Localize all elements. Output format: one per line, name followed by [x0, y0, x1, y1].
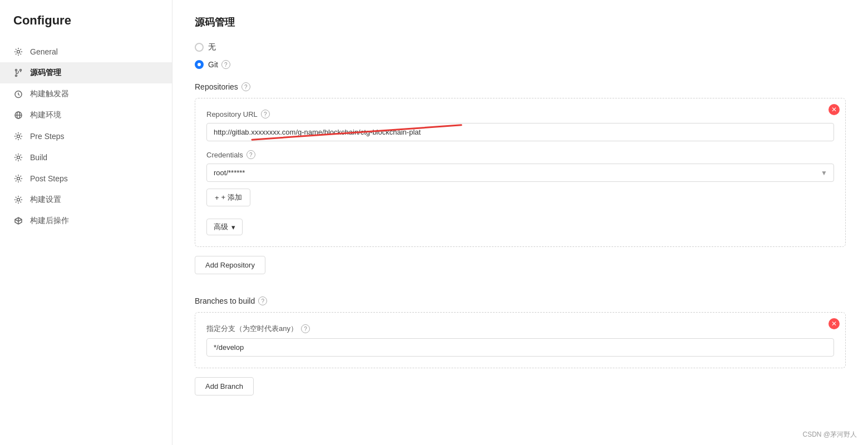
sidebar-item-label: 构建设置 [30, 195, 61, 205]
sidebar-item-label: Post Steps [30, 174, 68, 183]
post-gear-icon [13, 174, 23, 184]
add-branch-button[interactable]: Add Branch [195, 377, 254, 395]
url-input-wrapper [206, 123, 834, 141]
svg-point-0 [17, 51, 20, 53]
credentials-help-icon[interactable]: ? [246, 150, 255, 159]
url-help-icon[interactable]: ? [261, 110, 270, 118]
svg-point-10 [17, 199, 20, 201]
sidebar-item-build-trigger[interactable]: 构建触发器 [0, 83, 172, 105]
footer: CSDN @茅河野人 [802, 430, 857, 439]
git-help-icon[interactable]: ? [221, 60, 230, 69]
sidebar-item-source-code[interactable]: 源码管理 [0, 62, 172, 83]
plus-icon: + [215, 194, 219, 202]
sidebar-item-label: General [30, 47, 58, 56]
globe-icon [13, 110, 23, 120]
sidebar-item-label: Build [30, 153, 47, 162]
branch-specifier-label: 指定分支（为空时代表any） ? [206, 324, 834, 334]
repositories-label: Repositories ? [195, 82, 846, 91]
radio-none-circle [195, 43, 204, 52]
credentials-select-wrapper: root/****** ▼ [206, 164, 834, 182]
sidebar-item-label: 源码管理 [30, 68, 61, 78]
add-credentials-button[interactable]: + + 添加 [206, 189, 250, 206]
fork-icon [13, 68, 23, 78]
footer-text: CSDN @茅河野人 [802, 431, 857, 438]
radio-git[interactable]: Git ? [195, 60, 846, 69]
svg-point-8 [17, 156, 20, 159]
main-title: 源码管理 [195, 16, 846, 29]
page-title: Configure [0, 13, 172, 41]
branch-close-button[interactable]: ✕ [828, 318, 840, 329]
repository-close-button[interactable]: ✕ [828, 104, 840, 115]
svg-point-3 [16, 75, 17, 77]
gear-icon [13, 47, 23, 57]
sidebar-item-label: 构建触发器 [30, 89, 69, 99]
clock-icon [13, 89, 23, 99]
svg-point-2 [20, 70, 22, 71]
radio-group: 无 Git ? [195, 42, 846, 69]
branch-box: ✕ 指定分支（为空时代表any） ? [195, 312, 846, 368]
repositories-help-icon[interactable]: ? [241, 82, 250, 91]
credentials-select[interactable]: root/****** [206, 164, 834, 182]
repository-url-input[interactable] [206, 123, 834, 141]
gear2-icon [13, 131, 23, 141]
sidebar-item-label: 构建环境 [30, 110, 61, 120]
sidebar-item-build-settings[interactable]: 构建设置 [0, 189, 172, 210]
radio-none-label: 无 [208, 42, 216, 52]
branches-section: Branches to build ? ✕ 指定分支（为空时代表any） ? A… [195, 296, 846, 395]
credentials-label: Credentials ? [206, 150, 834, 159]
build-gear-icon [13, 152, 23, 162]
sidebar-item-general[interactable]: General [0, 41, 172, 62]
branch-help-icon[interactable]: ? [301, 324, 310, 333]
svg-point-9 [17, 177, 20, 180]
settings-gear-icon [13, 195, 23, 205]
sidebar: Configure General 源码管理 [0, 0, 172, 445]
radio-git-label: Git ? [208, 60, 230, 69]
svg-point-1 [16, 70, 17, 71]
radio-git-circle [195, 60, 204, 69]
sidebar-item-post-build[interactable]: 构建后操作 [0, 210, 172, 231]
branches-label: Branches to build ? [195, 296, 846, 305]
sidebar-item-build[interactable]: Build [0, 147, 172, 168]
repository-url-label: Repository URL ? [206, 110, 834, 118]
repositories-section: Repositories ? ✕ Repository URL ? Creden… [195, 82, 846, 274]
repository-box: ✕ Repository URL ? Credentials ? root/**… [195, 98, 846, 247]
branches-help-icon[interactable]: ? [258, 296, 267, 305]
sidebar-item-label: 构建后操作 [30, 216, 69, 226]
cube-icon [13, 216, 23, 226]
sidebar-item-post-steps[interactable]: Post Steps [0, 168, 172, 189]
main-content: 源码管理 无 Git ? Repositories ? ✕ Repository [172, 0, 868, 445]
radio-none[interactable]: 无 [195, 42, 846, 52]
advanced-chevron-icon: ▾ [231, 223, 235, 231]
advanced-button[interactable]: 高级 ▾ [206, 219, 243, 235]
sidebar-item-pre-steps[interactable]: Pre Steps [0, 126, 172, 147]
sidebar-item-build-env[interactable]: 构建环境 [0, 105, 172, 126]
branch-specifier-input[interactable] [206, 338, 834, 357]
add-repository-button[interactable]: Add Repository [195, 256, 265, 274]
svg-point-7 [17, 135, 20, 138]
sidebar-item-label: Pre Steps [30, 132, 64, 141]
